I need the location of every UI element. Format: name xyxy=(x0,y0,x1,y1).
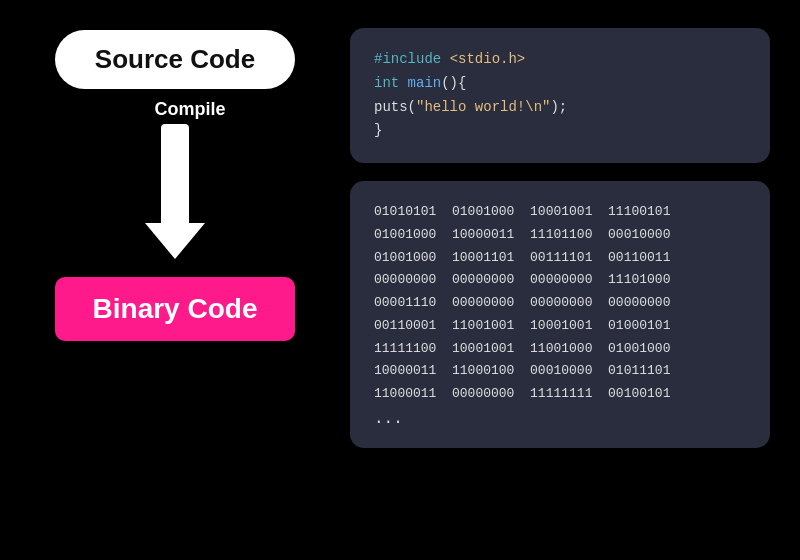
source-code-label: Source Code xyxy=(55,30,295,89)
source-code-box: #include <stdio.h>int main(){ puts("hell… xyxy=(350,28,770,163)
arrow-container: Compile xyxy=(124,89,225,259)
ellipsis-text: ... xyxy=(374,410,746,428)
arrow-shaft xyxy=(161,124,189,224)
scene: Source Code Compile Binary Code #include… xyxy=(0,0,800,560)
right-column: #include <stdio.h>int main(){ puts("hell… xyxy=(350,28,770,448)
binary-code-label: Binary Code xyxy=(55,277,295,341)
compile-label: Compile xyxy=(154,99,225,120)
source-code-content: #include <stdio.h>int main(){ puts("hell… xyxy=(374,48,746,143)
arrow-head xyxy=(145,223,205,259)
left-column: Source Code Compile Binary Code xyxy=(40,30,310,341)
binary-code-box: 01010101 01001000 10001001 11100101 0100… xyxy=(350,181,770,448)
binary-code-content: 01010101 01001000 10001001 11100101 0100… xyxy=(374,201,746,406)
